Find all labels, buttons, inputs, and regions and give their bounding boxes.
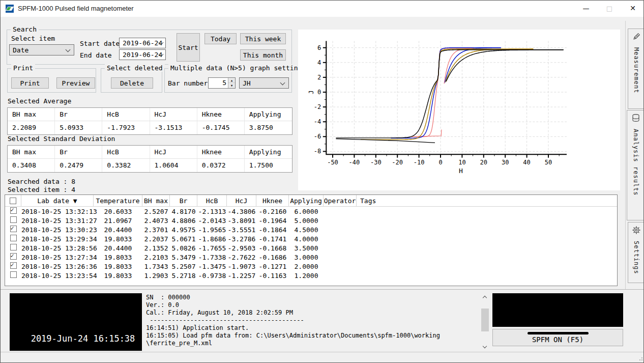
side-tab-measurement[interactable]: Measurement	[628, 29, 644, 109]
table-row[interactable]: ✓2018-10-25 13:26:3619.80331.73435.2507-…	[5, 262, 617, 271]
graph-type-combo[interactable]: JH	[239, 77, 289, 89]
row-checkbox[interactable]	[5, 244, 21, 252]
start-button[interactable]: Start	[177, 33, 200, 62]
table-cell: 1.2000	[289, 272, 324, 280]
column-header-br[interactable]: Br	[170, 195, 197, 206]
end-date-picker[interactable]: 2019-06-24	[119, 49, 166, 60]
row-checkbox-checked[interactable]: ✓	[5, 262, 21, 270]
table-cell: -1.7655	[197, 244, 227, 252]
table-row[interactable]: ✓2018-10-25 13:32:1320.60332.52074.8170-…	[5, 207, 617, 216]
log-scrollbar[interactable]	[481, 293, 489, 351]
selected-stddev-table: BH maxBrHcBHcJHkneeApplying0.34080.24790…	[7, 145, 292, 173]
stepper-down-icon[interactable]: ▼	[228, 83, 235, 88]
select-item-combo[interactable]: Date	[9, 44, 74, 55]
row-checkbox[interactable]	[5, 271, 21, 280]
stat-header-cell: Applying	[245, 108, 292, 121]
table-cell: 4.8806	[170, 217, 197, 225]
searched-data-count: Searched data : 8	[8, 178, 75, 185]
this-week-button[interactable]: This week	[240, 33, 286, 44]
column-header-applying[interactable]: Applying	[289, 195, 324, 206]
select-deleted-group: Select deleted Delete	[101, 68, 162, 93]
today-button[interactable]: Today	[204, 33, 237, 44]
print-button[interactable]: Print	[11, 77, 49, 89]
table-cell: 20.4400	[94, 244, 142, 252]
stat-header-cell: Hknee	[197, 146, 245, 158]
scroll-down-icon[interactable]	[481, 343, 489, 351]
stat-header-cell: Br	[55, 146, 102, 158]
resize-grip-icon[interactable]	[639, 359, 640, 360]
column-header-bh-max[interactable]: BH max	[142, 195, 170, 206]
table-row[interactable]: ✓2018-10-25 13:30:2320.44002.37014.9575-…	[5, 225, 617, 234]
jh-chart: -50-40-30-20-1001020304050-8-6-4-20246HJ	[298, 30, 620, 190]
table-cell: -1.9565	[197, 226, 227, 234]
svg-text:-4: -4	[314, 118, 321, 125]
table-row[interactable]: 2018-10-25 13:28:5620.44002.13525.0826-1…	[5, 243, 617, 253]
database-icon	[631, 114, 640, 125]
row-checkbox[interactable]	[5, 216, 21, 225]
svg-text:-50: -50	[327, 159, 338, 166]
side-tab-settings[interactable]: Settings	[628, 222, 644, 283]
stat-value-cell: -0.1745	[197, 121, 245, 134]
print-group: Print Print Preview	[7, 68, 96, 93]
bottom-divider	[1, 289, 643, 290]
bar-number-value: 5	[222, 79, 226, 87]
table-cell: 2.1352	[142, 244, 170, 252]
column-header-hcj[interactable]: HcJ	[227, 195, 256, 206]
row-checkbox-checked[interactable]: ✓	[5, 207, 21, 215]
table-cell: -2.9503	[227, 244, 256, 252]
table-row[interactable]: 2018-10-25 13:31:2721.09672.40734.8806-2…	[5, 216, 617, 225]
column-header-tags[interactable]: Tags	[357, 195, 617, 206]
start-date-picker[interactable]: 2019-06-24	[119, 38, 166, 48]
end-date-value: 2019-06-24	[123, 51, 162, 59]
column-header-hcb[interactable]: HcB	[197, 195, 227, 206]
table-cell: 2018-10-25 13:23:54	[21, 272, 94, 280]
stat-value-cell: 0.3408	[8, 159, 55, 172]
table-cell: 2.3701	[142, 226, 170, 234]
table-cell: 20.6033	[94, 208, 142, 215]
table-cell: -1.2257	[227, 272, 256, 280]
table-cell: 3.0000	[289, 254, 324, 261]
stepper-up-icon[interactable]: ▲	[228, 78, 235, 83]
scroll-up-icon[interactable]	[481, 293, 489, 301]
table-row[interactable]: ✓2018-10-25 13:27:3419.80332.21035.3479-…	[5, 253, 617, 262]
print-group-label: Print	[11, 64, 35, 72]
select-all-checkbox[interactable]	[5, 195, 21, 206]
close-icon[interactable]: ✕	[621, 1, 644, 16]
stat-header-cell: Br	[55, 108, 102, 121]
chevron-down-icon	[280, 80, 285, 86]
preview-button[interactable]: Preview	[56, 77, 95, 89]
column-header-lab-date-[interactable]: Lab date ▼	[21, 195, 94, 206]
scrollbar-thumb[interactable]	[481, 309, 489, 331]
table-cell: 19.8033	[94, 235, 142, 243]
minimize-icon[interactable]: —	[574, 1, 598, 16]
table-cell: 19.8033	[94, 272, 142, 280]
measurements-table[interactable]: Lab date ▼TemperatureBH maxBrHcBHcJHknee…	[5, 194, 618, 286]
table-cell: 2.4073	[142, 217, 170, 225]
column-header-temperature[interactable]: Temperature	[94, 195, 142, 206]
row-checkbox[interactable]	[5, 235, 21, 243]
multi-graph-group-label: Multiple data (N>5) graph setting	[168, 64, 304, 72]
stat-row: 0.34080.24790.33821.06040.03721.7500	[8, 159, 292, 172]
bar-number-stepper[interactable]: 5 ▲ ▼	[208, 77, 236, 89]
select-item-label: Select item	[11, 35, 55, 42]
row-checkbox-checked[interactable]: ✓	[5, 226, 21, 234]
row-checkbox-checked[interactable]: ✓	[5, 253, 21, 261]
stat-header-cell: HcB	[102, 108, 150, 121]
table-cell: -1.3475	[197, 263, 227, 270]
selected-stddev-title: Selected Standard Deviation	[8, 135, 115, 143]
stat-header-cell: HcB	[102, 146, 150, 158]
table-row[interactable]: 2018-10-25 13:23:5419.80331.29035.2718-0…	[5, 271, 617, 280]
app-icon	[6, 5, 14, 13]
column-header-hknee[interactable]: Hknee	[256, 195, 289, 206]
search-group-label: Search	[11, 25, 39, 33]
delete-button[interactable]: Delete	[111, 77, 153, 89]
table-row[interactable]: 2018-10-25 13:29:3419.80332.20375.0671-1…	[5, 234, 617, 243]
svg-text:-20: -20	[392, 159, 403, 166]
maximize-icon[interactable]: □	[598, 1, 621, 16]
spfm-on-button[interactable]: SPFM ON (F5)	[492, 329, 623, 346]
side-tab-analysis-results[interactable]: Analysis results	[627, 110, 644, 220]
this-month-button[interactable]: This month	[240, 49, 286, 61]
stat-header-cell: BH max	[8, 146, 55, 158]
table-cell: 6.0000	[289, 208, 324, 215]
column-header-operator[interactable]: Operator	[324, 195, 357, 206]
